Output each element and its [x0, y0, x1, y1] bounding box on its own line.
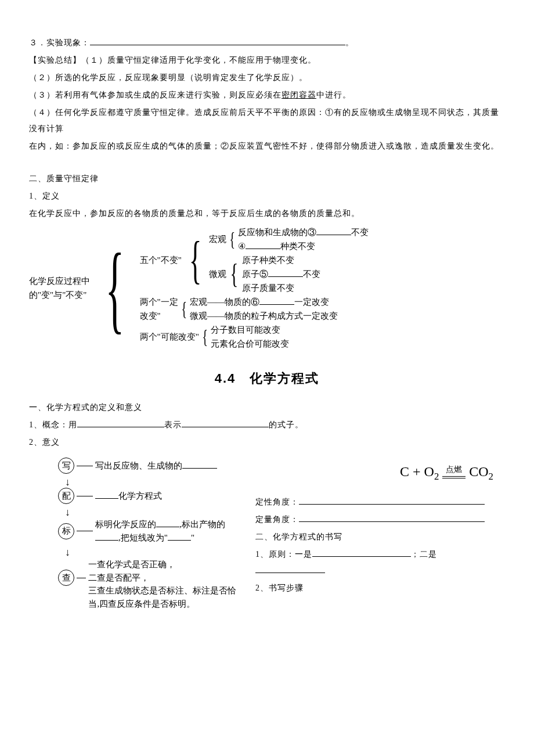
text: ,把短线改为"	[118, 533, 168, 542]
definition-label: 1、定义	[29, 188, 505, 204]
micro-item-b: 原子⑤不变	[242, 267, 320, 281]
text: 化学方程式	[118, 491, 162, 501]
quantitative: 定量角度：	[255, 512, 505, 528]
blank	[255, 564, 325, 573]
blank	[77, 418, 164, 427]
blank	[90, 36, 345, 45]
text: 一定改变	[294, 297, 329, 307]
step-check-icon: 查	[58, 570, 74, 586]
blank	[156, 518, 179, 527]
summary-4b: 在内，如：参加反应的或反应生成的气体的质量；②反应装置气密性不好，使得部分物质进…	[29, 138, 505, 154]
eq-o2: O	[424, 464, 434, 479]
blank	[182, 459, 217, 469]
chemical-equation: C + O2 点燃 CO2	[255, 458, 505, 486]
blank	[299, 495, 485, 505]
text: 中进行。	[316, 91, 351, 99]
connector	[77, 496, 93, 496]
text: ④	[238, 242, 246, 251]
blank	[259, 296, 294, 305]
principles: 1、原则：一是；二是	[255, 546, 505, 579]
blank	[95, 489, 118, 499]
text: 定量角度：	[255, 515, 299, 524]
arrow-down-icon: ↓	[65, 506, 238, 518]
blank	[299, 513, 485, 522]
blank	[312, 548, 411, 557]
section-title-44: 4.4 化学方程式	[29, 366, 505, 391]
g3-a: 分子数目可能改变	[211, 323, 289, 337]
qualitative: 定性角度：	[255, 494, 505, 510]
macro-item-b: ④种类不变	[238, 239, 369, 253]
blank	[95, 531, 118, 541]
g3-b: 元素化合价可能改变	[211, 337, 289, 351]
text: 的式子。	[269, 420, 304, 429]
text: 原子⑤	[242, 269, 268, 279]
flowchart: 写 写出反应物、生成物的 ↓ 配 化学方程式 ↓ 标 标明化学反应的,标出产物的…	[29, 458, 238, 613]
blank	[316, 226, 351, 235]
step-mark-icon: 标	[58, 523, 74, 539]
root-line1: 化学反应过程中	[29, 274, 90, 288]
step-balance-text: 化学方程式	[95, 489, 162, 503]
step-write-icon: 写	[58, 458, 74, 474]
blank	[182, 418, 269, 427]
macro-label: 宏观	[209, 232, 226, 246]
text: 表示	[164, 420, 182, 429]
micro-item-c: 原子质量不变	[242, 281, 320, 295]
eq-co2: CO	[469, 464, 488, 479]
connector	[77, 578, 86, 578]
g2-micro: 微观——物质的粒子构成方式一定改变	[190, 309, 338, 323]
brace-icon: {	[105, 239, 124, 337]
group-2-must-a: 两个"一定	[140, 295, 178, 309]
micro-label: 微观	[209, 267, 226, 281]
text: ,标出产物的	[179, 520, 225, 529]
blank	[268, 268, 303, 277]
text: "	[191, 533, 194, 542]
text: 定性角度：	[255, 498, 299, 506]
arrow-down-icon: ↓	[65, 476, 238, 488]
eq-def-heading: 一、化学方程式的定义和意义	[29, 399, 505, 416]
brace-icon: {	[189, 234, 202, 286]
summary-3: （３）若利用有气体参加或生成的反应来进行实验，则反应必须在密闭容器中进行。	[29, 87, 505, 103]
g2-macro: 宏观——物质的⑥一定改变	[190, 295, 338, 309]
summary-4a: （４）任何化学反应都遵守质量守恒定律。造成反应前后天平不平衡的原因：①有的反应物…	[29, 105, 505, 137]
double-line-icon	[442, 476, 466, 478]
blank	[168, 531, 191, 541]
eq-concept: 1、概念：用表示的式子。	[29, 417, 505, 433]
text: 不变	[351, 228, 369, 237]
group-5-unchanged: 五个"不变"	[140, 253, 182, 267]
text: 不变	[303, 269, 320, 279]
text: ；二是	[411, 550, 437, 559]
condition: 点燃	[446, 466, 462, 474]
brace-diagram: 化学反应过程中 的"变"与"不变" { 五个"不变" { 宏观 { 反应物和生成…	[29, 225, 505, 351]
text: 1、原则：一是	[255, 550, 312, 559]
eq-c: C	[400, 464, 409, 479]
step-write-text: 写出反应物、生成物的	[95, 459, 217, 473]
eq-plus: +	[409, 464, 424, 479]
right-column: C + O2 点燃 CO2 定性角度： 定量角度： 二、化学方程式的书写 1、原…	[238, 458, 505, 613]
text: 写出反应物、生成物的	[95, 461, 182, 470]
brace-icon: {	[181, 299, 187, 319]
text: 宏观——物质的⑥	[190, 297, 259, 307]
text: 1、概念：用	[29, 420, 77, 429]
period: 。	[345, 38, 354, 47]
step-balance-icon: 配	[58, 488, 74, 504]
micro-item-a: 原子种类不变	[242, 253, 320, 267]
brace-icon: {	[229, 229, 235, 249]
text: 种类不变	[280, 242, 315, 251]
connector	[77, 466, 93, 466]
blank	[246, 240, 280, 249]
exp-phenomenon: ３．实验现象：。	[29, 35, 505, 51]
step-mark-text: 标明化学反应的,标出产物的,把短线改为""	[95, 518, 225, 544]
write-steps: 2、书写步骤	[255, 580, 505, 596]
reaction-arrow: 点燃	[442, 467, 466, 478]
definition-text: 在化学反应中，参加反应的各物质的质量总和，等于反应后生成的各物质的质量总和。	[29, 206, 505, 222]
section-2-heading: 二、质量守恒定律	[29, 171, 505, 187]
macro-item-a: 反应物和生成物的③不变	[238, 225, 369, 239]
brace-icon: {	[230, 260, 239, 288]
eq-meaning: 2、意义	[29, 434, 505, 451]
exp-label: ３．实验现象：	[29, 38, 90, 47]
arrow-down-icon: ↓	[65, 546, 238, 558]
brace-icon: {	[202, 327, 208, 347]
text: 标明化学反应的	[95, 520, 156, 529]
connector	[77, 531, 93, 531]
underlined-term: 密闭容器	[282, 91, 316, 99]
